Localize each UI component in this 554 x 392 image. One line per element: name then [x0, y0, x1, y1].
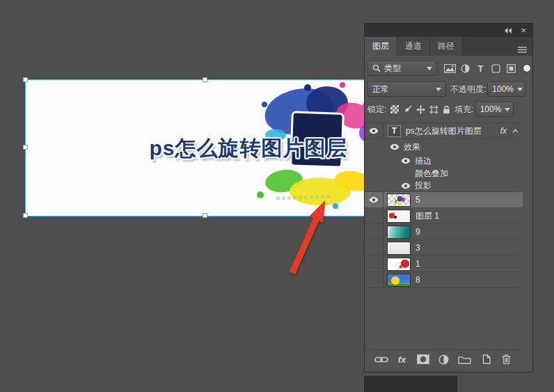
- layer-filter-toggle[interactable]: [523, 65, 530, 72]
- filter-icon-group: T: [444, 62, 517, 75]
- layer-visibility-empty[interactable]: [365, 272, 383, 288]
- layer-list: Tps怎么旋转图片图层fx效果描边颜色叠加投影5图层 19318: [365, 123, 523, 288]
- layer-visibility-eye-icon[interactable]: [365, 123, 383, 139]
- transform-handle-middle-left[interactable]: [23, 145, 28, 150]
- effect-row[interactable]: 投影: [365, 180, 523, 192]
- layer-fx-badge: fx: [500, 126, 507, 136]
- layer-thumbnail[interactable]: [387, 194, 411, 207]
- fill-value-select[interactable]: 100%: [475, 102, 514, 117]
- layer-name: 9: [416, 227, 420, 237]
- photoshop-app: ps怎么旋转图片图层 × 图层通道路径: [0, 0, 554, 392]
- blend-mode-select[interactable]: 正常: [367, 81, 446, 97]
- layer-name: 5: [416, 195, 420, 205]
- tab-paths[interactable]: 路径: [430, 37, 463, 56]
- type-layers-filter-icon[interactable]: T: [475, 62, 486, 75]
- panel-menu-icon[interactable]: [518, 43, 527, 56]
- fill-label: 填充:: [454, 104, 473, 116]
- layer-row[interactable]: Tps怎么旋转图片图层fx: [365, 123, 523, 139]
- opacity-value: 100%: [492, 84, 514, 94]
- layer-thumbnail[interactable]: [387, 274, 411, 287]
- link-layers-icon[interactable]: [374, 353, 388, 366]
- opacity-label: 不透明度:: [450, 84, 486, 95]
- lock-artboard-icon[interactable]: [429, 105, 438, 114]
- collapse-effects-icon[interactable]: [512, 129, 519, 133]
- panel-tab-bar: 图层通道路径: [365, 37, 532, 56]
- opacity-value-select[interactable]: 100%: [487, 81, 525, 97]
- layer-row[interactable]: 9: [365, 224, 523, 240]
- layer-row[interactable]: 1: [365, 256, 523, 272]
- fill-value: 100%: [480, 104, 502, 114]
- lock-row: 锁定: 填充: 100%: [367, 102, 530, 117]
- tab-layers[interactable]: 图层: [365, 37, 397, 56]
- chevron-down-icon: [427, 67, 432, 70]
- chevron-down-icon: [517, 88, 523, 91]
- blend-row: 正常 不透明度: 100%: [367, 81, 530, 97]
- search-icon: [372, 64, 381, 72]
- effect-row[interactable]: 颜色叠加: [365, 167, 523, 180]
- chevron-down-icon: [436, 88, 441, 91]
- close-panel-icon[interactable]: ×: [521, 26, 526, 35]
- filter-kind-label: 类型: [384, 63, 401, 75]
- smart-object-filter-icon[interactable]: [505, 62, 517, 75]
- layer-name: 1: [416, 259, 420, 269]
- layer-row[interactable]: 5: [365, 192, 523, 208]
- delete-layer-icon[interactable]: [500, 353, 514, 366]
- lock-icon-group: [390, 105, 450, 114]
- layer-thumbnail[interactable]: [387, 242, 411, 255]
- new-layer-icon[interactable]: [479, 353, 493, 366]
- transform-handle-bottom-middle[interactable]: [203, 213, 207, 218]
- lock-position-icon[interactable]: [416, 105, 425, 114]
- shape-layers-filter-icon[interactable]: [490, 62, 502, 75]
- layers-panel-toolbar: fx: [365, 350, 523, 368]
- layer-filter-row: 类型 T: [367, 61, 530, 76]
- effect-name: 效果: [404, 141, 420, 153]
- dock-bottom-strip: [364, 376, 457, 392]
- lock-all-icon[interactable]: [443, 105, 450, 114]
- layer-name: ps怎么旋转图片图层: [406, 125, 482, 137]
- layer-style-icon[interactable]: fx: [395, 353, 409, 366]
- tab-channels[interactable]: 通道: [397, 37, 430, 56]
- layer-name: 8: [416, 275, 420, 285]
- layer-row[interactable]: 3: [365, 240, 523, 256]
- layer-thumbnail[interactable]: [387, 210, 411, 223]
- effect-visibility-eye-icon[interactable]: [388, 143, 401, 150]
- layer-thumbnail[interactable]: [387, 226, 411, 239]
- filter-kind-select[interactable]: 类型: [367, 61, 437, 76]
- lock-pixels-icon[interactable]: [403, 105, 412, 114]
- transform-handle-top-middle[interactable]: [203, 77, 207, 82]
- layer-name: 3: [416, 243, 420, 253]
- type-layer-thumbnail: T: [388, 125, 401, 137]
- layer-visibility-empty[interactable]: [365, 256, 383, 272]
- transform-border-top: [25, 79, 365, 80]
- add-layer-mask-icon[interactable]: [416, 353, 430, 366]
- layer-row[interactable]: 8: [365, 272, 523, 288]
- new-group-icon[interactable]: [458, 353, 472, 366]
- layers-panel: × 图层通道路径 类型 T 正常 不透明度:: [364, 23, 533, 373]
- layer-thumbnail[interactable]: [387, 258, 411, 271]
- red-arrow-annotation: [282, 194, 334, 279]
- panel-dock-header: ×: [365, 24, 532, 37]
- new-adjustment-layer-icon[interactable]: [437, 353, 451, 366]
- adjustment-layers-filter-icon[interactable]: [459, 62, 471, 75]
- transform-handle-bottom-left[interactable]: [23, 213, 28, 218]
- layer-visibility-empty[interactable]: [365, 208, 383, 224]
- lock-transparency-icon[interactable]: [390, 105, 399, 113]
- chevron-down-icon: [505, 108, 510, 111]
- pixel-layers-filter-icon[interactable]: [444, 62, 456, 75]
- effect-name: 描边: [415, 155, 432, 167]
- lock-label: 锁定:: [367, 104, 386, 116]
- effect-row[interactable]: 效果: [365, 139, 523, 155]
- effect-name: 颜色叠加: [415, 168, 448, 180]
- canvas-title-text: ps怎么旋转图片图层: [74, 134, 364, 163]
- layer-visibility-empty[interactable]: [365, 240, 383, 256]
- effect-row[interactable]: 描边: [365, 155, 523, 167]
- effect-visibility-eye-icon[interactable]: [399, 157, 412, 164]
- transform-handle-top-left[interactable]: [23, 77, 28, 82]
- blend-mode-value: 正常: [372, 84, 389, 95]
- layer-name: 图层 1: [416, 210, 439, 222]
- collapse-panels-icon[interactable]: [504, 28, 512, 33]
- layer-visibility-eye-icon[interactable]: [365, 192, 383, 207]
- layer-row[interactable]: 图层 1: [365, 208, 523, 224]
- effect-visibility-eye-icon[interactable]: [399, 182, 412, 189]
- layer-visibility-empty[interactable]: [365, 224, 383, 240]
